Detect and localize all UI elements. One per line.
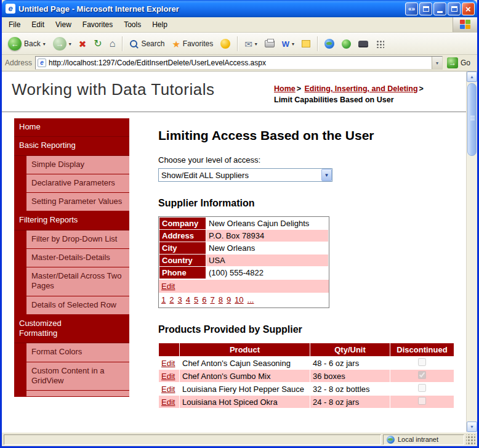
edit-dropdown-icon[interactable]: ▾	[292, 41, 294, 47]
menu-file[interactable]: File	[3, 18, 26, 31]
scrollbar-thumb[interactable]	[467, 83, 477, 156]
breadcrumb-link-home[interactable]: Home	[274, 84, 296, 93]
messenger-button[interactable]	[339, 38, 354, 51]
mail-dropdown-icon[interactable]: ▾	[255, 41, 257, 47]
edit-button[interactable]: W ▾	[279, 38, 297, 50]
breadcrumb-current: Limit Capabilities Based on User	[274, 96, 394, 104]
breadcrumb: Home> Editing, Inserting, and Deleting> …	[274, 80, 460, 105]
vertical-scrollbar[interactable]: ▲ ▼	[466, 71, 477, 432]
table-row: Company New Orleans Cajun Delights	[159, 218, 329, 230]
mail-button[interactable]: ✉ ▾	[241, 38, 260, 51]
page-link-6[interactable]: 6	[202, 295, 206, 304]
stop-button[interactable]: ✖	[76, 38, 90, 51]
search-button[interactable]: Search	[126, 38, 167, 51]
sidebar-item-declarative-parameters[interactable]: Declarative Parameters	[26, 174, 129, 193]
back-button[interactable]: ← Back ▾	[5, 35, 49, 52]
table-row: Address P.O. Box 78934	[159, 230, 329, 242]
sidebar-item-filter-by-dropdown-list[interactable]: Filter by Drop-Down List	[26, 230, 129, 249]
forward-icon: →	[53, 37, 66, 51]
sidebar-item-simple-display[interactable]: Simple Display	[26, 156, 129, 174]
resize-grip[interactable]	[466, 434, 475, 445]
media-button[interactable]	[217, 37, 233, 51]
sidebar-item-master-details-details[interactable]: Master-Details-Details	[26, 249, 129, 267]
go-button[interactable]: → Go	[446, 57, 474, 69]
globe-button[interactable]	[321, 37, 337, 51]
refresh-button[interactable]: ↻	[91, 37, 105, 51]
home-button[interactable]: ⌂	[107, 37, 119, 51]
forward-dropdown-icon[interactable]: ▾	[69, 41, 71, 47]
table-row: Country USA	[159, 255, 329, 267]
toolbar-separator	[237, 36, 238, 51]
menu-edit[interactable]: Edit	[26, 18, 50, 31]
sidebar-item-filtering-reports[interactable]: Filtering Reports	[14, 211, 129, 230]
chevron-down-icon[interactable]: ▼	[321, 169, 332, 181]
access-level-dropdown[interactable]: Show/Edit ALL Suppliers ▼	[158, 168, 332, 182]
page-link-10[interactable]: 10	[235, 295, 243, 304]
sidebar-item-format-colors[interactable]: Format Colors	[26, 343, 129, 362]
menu-view[interactable]: View	[50, 18, 77, 31]
back-dropdown-icon[interactable]: ▾	[43, 41, 46, 47]
sidebar-item-basic-reporting[interactable]: Basic Reporting	[14, 137, 129, 155]
page-link-3[interactable]: 3	[177, 295, 182, 304]
extra-window-button-chevrons[interactable]: «»	[405, 2, 418, 15]
menu-favorites[interactable]: Favorites	[77, 18, 118, 31]
address-dropdown-button[interactable]: ▾	[432, 57, 442, 69]
scroll-up-button[interactable]: ▲	[467, 71, 477, 82]
sidebar-item-custom-content-gridview[interactable]: Custom Content in a GridView	[26, 362, 129, 391]
page-link-8[interactable]: 8	[219, 295, 223, 304]
sidebar-item-master-detail-two-pages[interactable]: Master/Detail Across Two Pages	[26, 267, 129, 296]
menu-help[interactable]: Help	[147, 18, 173, 31]
edit-link[interactable]: Edit	[161, 372, 175, 381]
breadcrumb-separator: >	[296, 84, 302, 93]
breadcrumb-link-section[interactable]: Editing, Inserting, and Deleting	[305, 84, 418, 93]
table-header-row: Product Qty/Unit Discontinued	[159, 343, 454, 357]
forward-button[interactable]: → ▾	[50, 35, 74, 52]
page-link-2[interactable]: 2	[169, 295, 174, 304]
supplier-table: Company New Orleans Cajun Delights Addre…	[159, 217, 329, 279]
sidebar-item-setting-parameter-values[interactable]: Setting Parameter Values	[26, 193, 129, 211]
sidebar-item-details-of-selected-row[interactable]: Details of Selected Row	[26, 296, 129, 315]
edit-link[interactable]: Edit	[161, 397, 175, 407]
field-label-cell: Company	[159, 218, 206, 230]
discontinued-checkbox	[418, 371, 426, 379]
scrollbar-track[interactable]	[467, 82, 477, 422]
ie-logo-icon: e	[6, 4, 15, 14]
product-name-cell: Chef Anton's Gumbo Mix	[180, 370, 310, 383]
status-bar: Local intranet	[2, 432, 477, 446]
print-icon	[265, 40, 275, 47]
discuss-button[interactable]	[299, 38, 313, 49]
edit-link[interactable]: Edit	[161, 359, 175, 368]
extra-window-button[interactable]	[419, 2, 432, 15]
sidebar-item-clipped[interactable]	[26, 391, 129, 397]
title-bar[interactable]: e Untitled Page - Microsoft Internet Exp…	[2, 0, 477, 17]
favorites-button[interactable]: ★ Favorites	[169, 38, 216, 51]
menu-tools[interactable]: Tools	[118, 18, 147, 31]
security-zone-panel: Local intranet	[383, 434, 464, 445]
edit-link[interactable]: Edit	[161, 282, 175, 291]
research-button[interactable]	[355, 39, 371, 49]
address-url[interactable]: http://localhost:1297/Code/EditInsertDel…	[49, 59, 429, 67]
page-link-more[interactable]: ...	[248, 295, 254, 304]
menu-bar: File Edit View Favorites Tools Help	[2, 17, 477, 33]
grid-button[interactable]	[372, 38, 387, 50]
sidebar-item-customized-formatting[interactable]: Customized Formatting	[14, 315, 129, 344]
windows-flag-icon	[460, 20, 471, 30]
minimize-button[interactable]	[433, 2, 446, 15]
maximize-button[interactable]	[448, 2, 461, 15]
table-row: Edit Louisiana Fiery Hot Pepper Sauce 32…	[159, 383, 454, 396]
page-link-5[interactable]: 5	[194, 295, 198, 304]
ie-window: e Untitled Page - Microsoft Internet Exp…	[0, 0, 479, 448]
page-link-1[interactable]: 1	[161, 295, 166, 304]
edit-word-icon: W	[282, 40, 289, 48]
close-button[interactable]: ×	[462, 2, 475, 15]
page-link-4[interactable]: 4	[186, 295, 190, 304]
edit-link[interactable]: Edit	[161, 385, 175, 394]
products-heading: Products Provided by Supplier	[158, 324, 461, 335]
mail-icon: ✉	[244, 39, 252, 49]
sidebar-item-home[interactable]: Home	[14, 118, 129, 137]
scroll-down-button[interactable]: ▼	[467, 422, 477, 432]
page-link-9[interactable]: 9	[227, 295, 231, 304]
print-button[interactable]	[262, 38, 278, 49]
address-input[interactable]: e http://localhost:1297/Code/EditInsertD…	[35, 56, 443, 70]
page-link-7[interactable]: 7	[210, 295, 214, 304]
